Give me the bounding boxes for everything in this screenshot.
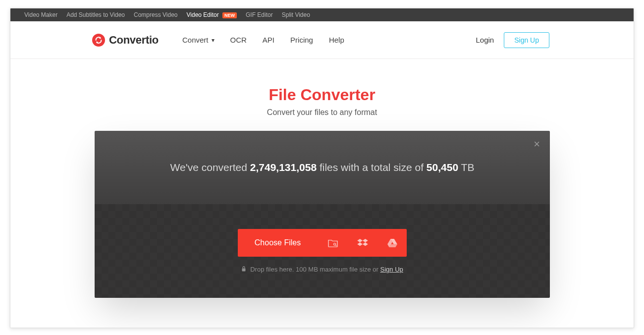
nav-convert[interactable]: Convert ▾ [182, 36, 215, 44]
nav-api[interactable]: API [263, 36, 274, 44]
login-link[interactable]: Login [476, 36, 494, 44]
chevron-down-icon: ▾ [212, 37, 215, 44]
drop-hint: Drop files here. 100 MB maximum file siz… [241, 266, 403, 273]
upload-panel: × We've converted 2,749,131,058 files wi… [95, 131, 550, 298]
svg-line-1 [335, 245, 336, 246]
topbar-link-gif-editor[interactable]: GIF Editor [246, 11, 273, 18]
nav-convert-label: Convert [182, 36, 209, 44]
main-nav: Convert ▾ OCR API Pricing Help [182, 36, 344, 44]
stats-mid: files with a total size of [317, 162, 427, 173]
dropbox-icon [357, 238, 368, 247]
topbar-link-video-editor[interactable]: Video Editor NEW [187, 11, 237, 18]
stats-size-unit: TB [458, 162, 474, 173]
stats-files-count: 2,749,131,058 [250, 162, 317, 173]
nav-pricing[interactable]: Pricing [290, 36, 313, 44]
convertio-logo-icon [92, 34, 105, 47]
page-subtitle: Convert your files to any format [10, 108, 634, 117]
svg-point-0 [333, 243, 335, 245]
topbar-link-split-video[interactable]: Split Video [282, 11, 310, 18]
stats-prefix: We've converted [170, 162, 250, 173]
page-title: File Converter [10, 86, 634, 104]
topbar-link-label: Video Editor [187, 11, 219, 18]
topbar-link-add-subtitles[interactable]: Add Subtitles to Video [66, 11, 125, 18]
svg-rect-2 [242, 269, 246, 272]
stats-banner: × We've converted 2,749,131,058 files wi… [95, 131, 550, 204]
topbar-link-video-maker[interactable]: Video Maker [24, 11, 57, 18]
brand-logo[interactable]: Convertio [92, 34, 159, 47]
hero: File Converter Convert your files to any… [10, 86, 634, 117]
folder-search-icon [327, 238, 338, 247]
top-utility-bar: Video Maker Add Subtitles to Video Compr… [10, 8, 634, 21]
from-google-drive-button[interactable] [377, 229, 407, 257]
choose-files-button[interactable]: Choose Files [238, 229, 318, 257]
nav-help[interactable]: Help [329, 36, 344, 44]
main-header: Convertio Convert ▾ OCR API Pricing Help… [10, 21, 634, 59]
from-dropbox-button[interactable] [347, 229, 377, 257]
stats-text: We've converted 2,749,131,058 files with… [170, 162, 475, 173]
lock-icon [241, 266, 246, 273]
brand-name: Convertio [109, 34, 159, 47]
header-auth: Login Sign Up [476, 32, 549, 48]
close-icon[interactable]: × [534, 139, 540, 150]
google-drive-icon [387, 238, 398, 247]
drop-hint-text: Drop files here. 100 MB maximum file siz… [250, 266, 403, 273]
choose-files-row: Choose Files [238, 229, 407, 257]
signup-link[interactable]: Sign Up [380, 266, 403, 273]
stats-total-size: 50,450 [427, 162, 458, 173]
nav-ocr[interactable]: OCR [230, 36, 247, 44]
from-device-button[interactable] [318, 229, 347, 257]
drop-zone[interactable]: Choose Files [95, 204, 550, 298]
new-badge: NEW [222, 12, 237, 18]
topbar-link-compress-video[interactable]: Compress Video [134, 11, 178, 18]
drop-hint-prefix: Drop files here. 100 MB maximum file siz… [250, 266, 380, 273]
signup-button[interactable]: Sign Up [504, 32, 549, 48]
